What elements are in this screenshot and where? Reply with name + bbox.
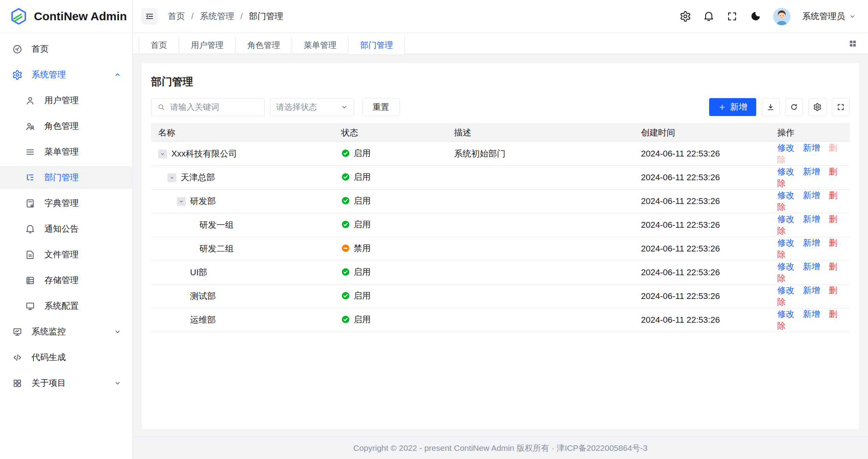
edit-link[interactable]: 修改	[777, 238, 794, 248]
search-input[interactable]	[151, 98, 265, 116]
dept-name-cell: Xxx科技有限公司	[151, 142, 334, 166]
chevron-down-icon	[849, 12, 856, 20]
actions-cell: 修改新增删除	[770, 308, 850, 332]
tab-角色管理[interactable]: 角色管理	[236, 37, 292, 54]
breadcrumb-separator: /	[191, 11, 194, 21]
description-cell	[447, 213, 634, 237]
avatar[interactable]	[773, 8, 791, 25]
fullscreen-icon[interactable]	[726, 11, 738, 22]
add-child-link[interactable]: 新增	[803, 309, 820, 319]
status-label: 禁用	[354, 243, 371, 254]
status-label: 启用	[354, 171, 371, 183]
sidebar-item-label: 存储管理	[44, 274, 79, 286]
settings-icon[interactable]	[680, 11, 691, 22]
expand-toggle[interactable]	[177, 197, 186, 206]
sidebar-item-通知公告[interactable]: 通知公告	[0, 218, 132, 240]
edit-link[interactable]: 修改	[777, 167, 794, 176]
keyword-field[interactable]	[169, 102, 259, 112]
chevron-down-icon	[340, 103, 348, 111]
status-badge: 启用	[341, 195, 371, 207]
check-circle-icon	[341, 172, 350, 181]
tab-用户管理[interactable]: 用户管理	[179, 37, 236, 54]
sidebar-item-菜单管理[interactable]: 菜单管理	[0, 141, 132, 163]
tab-部门管理[interactable]: 部门管理	[349, 37, 405, 54]
code-icon	[12, 352, 23, 363]
actions-cell: 修改新增删除	[770, 213, 850, 237]
tab-bar: 首页用户管理角色管理菜单管理部门管理	[133, 33, 868, 54]
add-child-link[interactable]: 新增	[803, 143, 820, 153]
search-icon	[157, 103, 166, 111]
download-button[interactable]	[762, 98, 780, 116]
actions-cell: 修改新增删除	[770, 237, 850, 261]
sidebar-item-系统配置[interactable]: 系统配置	[0, 295, 132, 317]
hexagon-logo-icon	[9, 7, 28, 26]
status-cell: 启用	[334, 166, 447, 190]
user-icon	[25, 95, 35, 106]
column-header-描述: 描述	[447, 123, 634, 142]
file-icon	[25, 250, 35, 260]
dept-name-cell: 测试部	[151, 285, 334, 308]
monitor-chart-icon	[12, 327, 23, 337]
edit-link[interactable]: 修改	[777, 143, 794, 153]
sidebar-item-label: 首页	[32, 43, 49, 55]
sidebar-item-label: 关于项目	[32, 377, 66, 389]
edit-link[interactable]: 修改	[777, 309, 794, 319]
app-logo: ContiNew Admin	[0, 0, 132, 33]
created-time-cell: 2024-06-11 22:53:26	[634, 285, 770, 308]
notification-icon[interactable]	[703, 11, 715, 22]
add-button[interactable]: 新增	[709, 98, 756, 116]
sidebar-item-存储管理[interactable]: 存储管理	[0, 269, 132, 292]
edit-link[interactable]: 修改	[777, 214, 794, 224]
add-child-link[interactable]: 新增	[803, 262, 820, 271]
sidebar-item-label: 系统配置	[44, 300, 79, 312]
dark-mode-icon[interactable]	[750, 11, 761, 22]
check-circle-icon	[341, 315, 350, 324]
tab-首页[interactable]: 首页	[139, 37, 179, 54]
add-child-link[interactable]: 新增	[803, 285, 820, 295]
sidebar-item-部门管理[interactable]: 部门管理	[0, 166, 132, 189]
sidebar-item-关于项目[interactable]: 关于项目	[0, 372, 132, 394]
add-child-link[interactable]: 新增	[803, 214, 820, 224]
chevron-down-icon	[113, 327, 122, 336]
sidebar-item-代码生成[interactable]: 代码生成	[0, 346, 132, 369]
sidebar-item-首页[interactable]: 首页	[0, 38, 132, 60]
dept-name: 研发二组	[199, 243, 234, 255]
user-menu[interactable]: 系统管理员	[802, 11, 856, 22]
add-child-link[interactable]: 新增	[803, 238, 820, 248]
expand-toggle[interactable]	[158, 149, 167, 158]
table-settings-button[interactable]	[808, 98, 826, 116]
sidebar-item-系统监控[interactable]: 系统监控	[0, 320, 132, 343]
tab-菜单管理[interactable]: 菜单管理	[292, 37, 349, 54]
sidebar-item-文件管理[interactable]: 文件管理	[0, 243, 132, 266]
status-select[interactable]: 请选择状态	[270, 98, 354, 116]
expand-toggle[interactable]	[167, 173, 176, 182]
table-header-row: 名称状态描述创建时间操作	[151, 123, 850, 142]
toolbar: 请选择状态 重置 新增	[151, 98, 850, 116]
storage-icon	[25, 275, 35, 286]
add-child-link[interactable]: 新增	[803, 190, 820, 200]
breadcrumb-item[interactable]: 系统管理	[200, 11, 234, 22]
edit-link[interactable]: 修改	[777, 262, 794, 271]
table-fullscreen-button[interactable]	[832, 98, 850, 116]
tab-label: 用户管理	[191, 40, 224, 51]
monitor-icon	[25, 301, 35, 311]
sidebar-item-用户管理[interactable]: 用户管理	[0, 89, 132, 112]
breadcrumb-item: 部门管理	[249, 11, 283, 22]
sidebar-item-系统管理[interactable]: 系统管理	[0, 63, 132, 86]
status-cell: 启用	[334, 142, 447, 166]
created-time-cell: 2024-06-11 22:53:26	[634, 166, 770, 190]
sidebar-item-字典管理[interactable]: 字典管理	[0, 192, 132, 215]
edit-link[interactable]: 修改	[777, 190, 794, 200]
add-child-link[interactable]: 新增	[803, 167, 820, 176]
edit-link[interactable]: 修改	[777, 285, 794, 295]
sidebar-item-label: 用户管理	[44, 95, 79, 106]
dept-name-cell: 天津总部	[151, 166, 334, 190]
breadcrumb-item[interactable]: 首页	[168, 11, 185, 22]
refresh-button[interactable]	[785, 98, 803, 116]
check-circle-icon	[341, 196, 350, 205]
apps-grid-icon[interactable]	[848, 39, 858, 49]
sidebar-item-角色管理[interactable]: 角色管理	[0, 115, 132, 137]
sidebar-item-label: 通知公告	[44, 223, 79, 235]
reset-button[interactable]: 重置	[362, 98, 400, 116]
menu-fold-icon[interactable]	[141, 8, 158, 25]
